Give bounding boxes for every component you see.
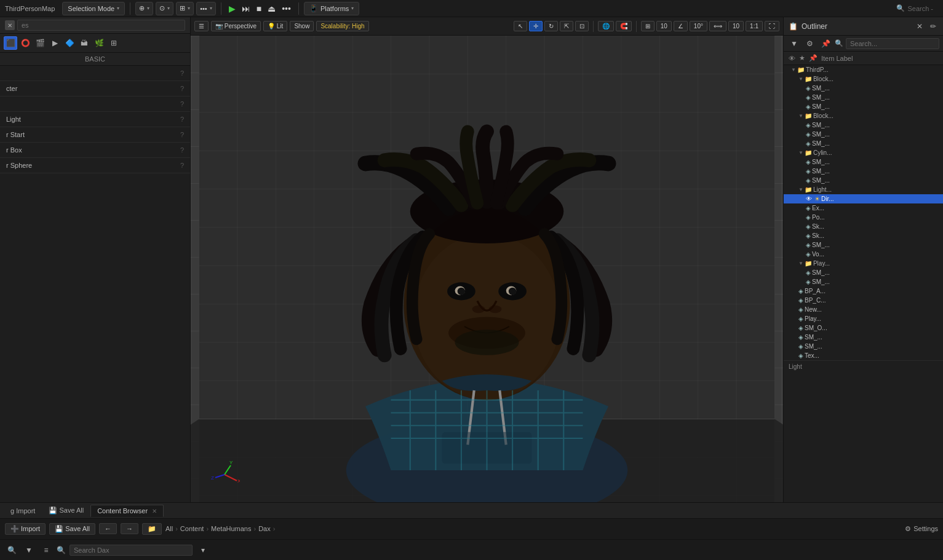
lights-folder-item[interactable]: ▼ 📁 Light... bbox=[784, 185, 943, 194]
save-all-tab[interactable]: 💾 Save All bbox=[42, 504, 90, 517]
outliner-item[interactable]: ◈ Ex... bbox=[784, 203, 943, 213]
list-item[interactable]: ? bbox=[0, 66, 190, 81]
platforms-btn[interactable]: 📱 Platforms ▾ bbox=[304, 2, 359, 15]
grid-toggle-btn[interactable]: ⊞ bbox=[641, 21, 655, 31]
scale-toggle-btn[interactable]: ⟺ bbox=[709, 21, 726, 31]
outliner-item[interactable]: ◈ Tex... bbox=[784, 351, 943, 360]
breadcrumb-content[interactable]: Content bbox=[180, 525, 204, 532]
breadcrumb-metahumans[interactable]: MetaHumans bbox=[211, 525, 251, 532]
outliner-item[interactable]: ▼ 📁 Cylin... bbox=[784, 148, 943, 157]
outliner-item[interactable]: ◈ SM_O... bbox=[784, 323, 943, 333]
trigger-sphere-list-item[interactable]: r Sphere ? bbox=[0, 158, 190, 173]
outliner-filter-btn[interactable]: ▼ bbox=[787, 37, 801, 50]
content-search-btn[interactable]: 🔍 bbox=[5, 543, 18, 557]
trigger-box-list-item[interactable]: r Box ? bbox=[0, 143, 190, 158]
outliner-pin-btn[interactable]: 📌 bbox=[819, 37, 832, 50]
outliner-item[interactable]: ◈ SM_... bbox=[784, 240, 943, 250]
outliner-item[interactable]: ◈ Sk... bbox=[784, 231, 943, 240]
light-list-item[interactable]: Light ? bbox=[0, 112, 190, 127]
sort-btn[interactable]: ≡ bbox=[39, 543, 53, 557]
move-btn[interactable]: ✛ bbox=[529, 21, 543, 31]
backward-btn[interactable]: ← bbox=[99, 523, 117, 534]
outliner-settings-btn[interactable]: ⚙ bbox=[803, 37, 817, 50]
outliner-item[interactable]: ◈ SM_... bbox=[784, 102, 943, 111]
outliner-item[interactable]: ◈ SM_... bbox=[784, 139, 943, 148]
icon-shapes-btn[interactable]: ⭕ bbox=[18, 36, 32, 50]
outliner-item[interactable]: ◈ SM_... bbox=[784, 268, 943, 277]
icon-all-btn[interactable]: ⊞ bbox=[107, 36, 121, 50]
forward-btn[interactable]: → bbox=[121, 523, 138, 534]
outliner-item[interactable]: ◈ SM_... bbox=[784, 167, 943, 176]
perspective-btn[interactable]: 📷 Perspective bbox=[211, 21, 261, 31]
maximize-btn[interactable]: ⊡ bbox=[575, 21, 589, 31]
outliner-item[interactable]: ▼ 📁 ThirdP... bbox=[784, 65, 943, 74]
outliner-item[interactable]: ◈ SM_... bbox=[784, 333, 943, 342]
outliner-item[interactable]: ◈ SM_... bbox=[784, 342, 943, 351]
player-start-list-item[interactable]: r Start ? bbox=[0, 127, 190, 143]
outliner-edit-btn[interactable]: ✏ bbox=[928, 22, 938, 31]
ratio-btn[interactable]: 1:1 bbox=[746, 21, 763, 31]
outliner-item[interactable]: ◈ SM_... bbox=[784, 93, 943, 102]
add-import-btn[interactable]: ➕ Import bbox=[5, 523, 46, 535]
fullscreen-btn[interactable]: ⛶ bbox=[765, 21, 779, 31]
filter-btn[interactable]: ▼ bbox=[22, 543, 36, 557]
eject-btn[interactable]: ⏏ bbox=[265, 2, 278, 15]
outliner-item[interactable]: ◈ BP_A... bbox=[784, 286, 943, 296]
list-item[interactable]: ? bbox=[0, 97, 190, 112]
icon-foliage-btn[interactable]: 🌿 bbox=[92, 36, 106, 50]
icon-blueprint-btn[interactable]: 🔷 bbox=[63, 36, 76, 50]
outliner-item[interactable]: ◈ New... bbox=[784, 305, 943, 314]
outliner-item[interactable]: ◈ SM_... bbox=[784, 130, 943, 139]
content-search-input[interactable] bbox=[70, 545, 193, 556]
breadcrumb-all[interactable]: All bbox=[165, 525, 173, 532]
outliner-item[interactable]: ◈ Vo... bbox=[784, 250, 943, 259]
snap-btn[interactable]: 🧲 bbox=[616, 21, 632, 31]
transform-tool-btn[interactable]: ⊙ ▾ bbox=[156, 2, 173, 15]
icon-cinematic-btn[interactable]: 🎬 bbox=[33, 36, 47, 50]
outliner-item[interactable]: ◈ Sk... bbox=[784, 222, 943, 231]
content-browser-close-btn[interactable]: ✕ bbox=[152, 508, 157, 515]
outliner-item[interactable]: ◈ SM_... bbox=[784, 157, 943, 167]
outliner-item[interactable]: ◈ SM_... bbox=[784, 84, 943, 93]
panel-search-input[interactable] bbox=[17, 20, 185, 31]
outliner-close-btn[interactable]: ✕ bbox=[915, 22, 925, 31]
search-expand-btn[interactable]: ▾ bbox=[196, 543, 210, 557]
angle-toggle-btn[interactable]: ∠ bbox=[674, 21, 688, 31]
stop-btn[interactable]: ■ bbox=[254, 2, 264, 15]
outliner-item[interactable]: ◈ Play... bbox=[784, 314, 943, 323]
content-browser-tab[interactable]: Content Browser ✕ bbox=[90, 505, 164, 517]
outliner-item[interactable]: ▼ 📁 Block... bbox=[784, 111, 943, 120]
cursor-btn[interactable]: ↖ bbox=[514, 21, 527, 31]
play-btn[interactable]: ▶ bbox=[226, 2, 238, 15]
world-btn[interactable]: 🌐 bbox=[598, 21, 614, 31]
search-btn[interactable]: 🔍 Search - bbox=[891, 2, 938, 15]
lit-btn[interactable]: 💡 Lit bbox=[263, 21, 287, 31]
show-btn[interactable]: Show bbox=[290, 21, 314, 31]
breadcrumb-dax[interactable]: Dax bbox=[258, 525, 271, 532]
save-all-btn[interactable]: 💾 Save All bbox=[49, 523, 95, 535]
grid-tool-btn[interactable]: ⊞ ▾ bbox=[176, 2, 194, 15]
outliner-item[interactable]: ◈ SM_... bbox=[784, 120, 943, 130]
hamburger-menu-btn[interactable]: ☰ bbox=[194, 21, 209, 31]
icon-landscape-btn[interactable]: 🏔 bbox=[78, 36, 91, 50]
icon-basic-btn[interactable]: ⬛ bbox=[4, 36, 17, 50]
selection-mode-btn[interactable]: Selection Mode ▾ bbox=[62, 2, 125, 15]
scalability-btn[interactable]: Scalability: High bbox=[316, 21, 368, 31]
add-tool-btn[interactable]: ⊕ ▾ bbox=[135, 2, 153, 15]
more-play-btn[interactable]: ••• bbox=[279, 2, 293, 15]
settings-btn[interactable]: ⚙ Settings bbox=[905, 525, 938, 533]
advance-btn[interactable]: ⏭ bbox=[239, 2, 253, 15]
icon-visual-btn[interactable]: ▶ bbox=[48, 36, 62, 50]
rotate-btn[interactable]: ↻ bbox=[544, 21, 558, 31]
outliner-item[interactable]: ◈ Po... bbox=[784, 213, 943, 222]
import-tab[interactable]: g Import bbox=[4, 505, 42, 517]
outliner-item[interactable]: ◈ BP_C... bbox=[784, 296, 943, 305]
players-folder-item[interactable]: ▼ 📁 Play... bbox=[784, 259, 943, 268]
list-item[interactable]: cter ? bbox=[0, 81, 190, 97]
outliner-item[interactable]: ◈ SM_... bbox=[784, 176, 943, 185]
directional-light-item[interactable]: 👁 ☀ Dir... bbox=[784, 194, 943, 203]
more-tools-btn[interactable]: ••• ▾ bbox=[196, 2, 216, 15]
outliner-search-input[interactable] bbox=[846, 38, 939, 49]
outliner-item[interactable]: ◈ SM_... bbox=[784, 277, 943, 286]
outliner-item[interactable]: ▼ 📁 Block... bbox=[784, 74, 943, 84]
